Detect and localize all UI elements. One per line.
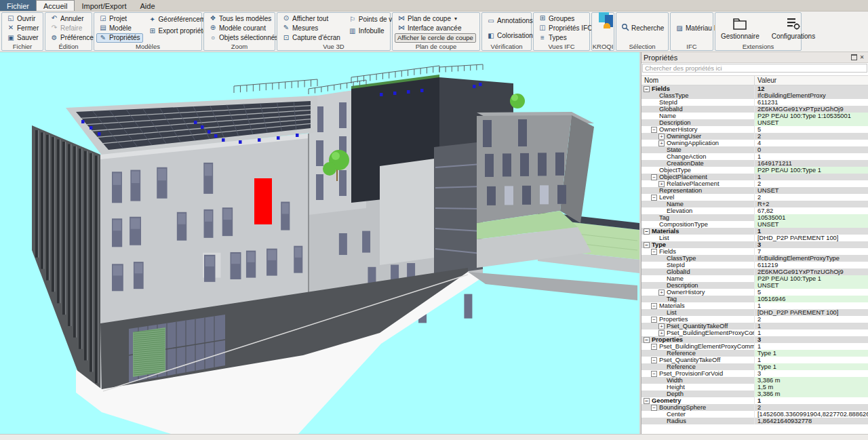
right-building[interactable] [477,112,594,268]
property-row-height[interactable]: Height1,5 m [642,384,868,391]
collapse-icon[interactable]: − [651,249,657,255]
property-row-level[interactable]: −Level2 [642,194,868,201]
property-row-boundingsphere[interactable]: −BoundingSphere2 [642,404,868,411]
property-row-reference[interactable]: ReferenceType 1 [642,363,868,370]
expand-icon[interactable]: + [658,323,665,329]
property-row-radius[interactable]: Radius1,86421640932778 [642,418,868,424]
property-row-state[interactable]: State0 [642,146,868,153]
expand-icon[interactable]: + [658,140,665,146]
property-row-globalid[interactable]: GlobalId2E6KMGGe91YxPTpzUGhOj9 [642,106,868,113]
ribbon-item-mod-le[interactable]: ▤Modèle [96,23,143,33]
collapse-icon[interactable]: − [651,344,657,350]
tab-fichier[interactable]: Fichier [0,0,36,11]
collapse-icon[interactable]: − [651,303,657,309]
column-header-name[interactable]: Nom [642,76,755,85]
property-row-pset-provisionforvoid[interactable]: −Pset_ProvisionForVoid3 [642,370,868,377]
ribbon-item-fermer[interactable]: ✕Fermer [4,23,41,33]
float-icon[interactable] [850,54,858,61]
ribbon-item-types[interactable]: ≡Types [536,33,595,43]
collapse-icon[interactable]: − [651,357,657,363]
ribbon-item-gestionnaire[interactable]: Gestionnaire [717,14,763,42]
collapse-icon[interactable]: − [651,371,657,377]
property-row-fields[interactable]: −Fields7 [642,248,868,255]
close-icon[interactable]: ✕ [858,54,866,61]
expand-icon[interactable]: + [658,330,665,336]
property-row-objecttype[interactable]: ObjectTypeP2P PEAU 100:Type 1 [642,167,868,174]
property-row-pset-buildingelementproxycommon[interactable]: −Pset_BuildingElementProxyCommon1 [642,343,868,350]
selected-element-highlight[interactable] [254,178,272,224]
property-row-elevation[interactable]: Elevation67,82 [642,207,868,214]
property-row-name[interactable]: NameP2P PEAU 100:Type 1:10535001 [642,113,868,119]
ribbon-item-colorisation[interactable]: ◧Colorisation [484,30,536,41]
property-row-owninguser[interactable]: +OwningUser2 [642,133,868,140]
property-row-depth[interactable]: Depth3,386 m [642,391,868,397]
collapse-icon[interactable]: − [644,337,650,343]
ribbon-item-propri-t-s[interactable]: ✎Propriétés [96,33,143,43]
column-header-value[interactable]: Valeur [755,76,868,85]
property-row-classtype[interactable]: ClassTypeIfcBuildingElementProxy [642,92,868,99]
property-row-stepid[interactable]: StepId611219 [642,262,868,268]
property-row-compositiontype[interactable]: CompositionTypeUNSET [642,221,868,228]
property-row-name[interactable]: NameP2P PEAU 100:Type 1 [642,275,868,282]
property-row-type[interactable]: −Type3 [642,241,868,248]
ribbon-item-projet[interactable]: ◲Projet [96,14,143,23]
ribbon-item-objets-s-lectionn-s[interactable]: ○Objets sélectionnés [206,33,281,43]
property-row-description[interactable]: DescriptionUNSET [642,119,868,126]
ribbon-item-sauver[interactable]: ▣Sauver [4,33,41,43]
property-row-owningapplication[interactable]: +OwningApplication4 [642,140,868,146]
property-row-ownerhistory[interactable]: +OwnerHistory5 [642,289,868,296]
ribbon-item-ouvrir[interactable]: ◱Ouvrir [4,14,41,23]
property-row-representation[interactable]: RepresentationUNSET [642,187,868,194]
property-row-center[interactable]: Center[1452608.3360991904,8227702.888626… [642,411,868,418]
ribbon-item-annotations[interactable]: ▭Annotations [484,15,536,26]
ribbon-item-capture-d-cran[interactable]: ⊡Capture d'écran [279,33,343,43]
collapse-icon[interactable]: − [644,86,650,92]
property-row-list[interactable]: List[DHD_P2P PAREMENT 100] [642,235,868,241]
tab-accueil[interactable]: Accueil [36,0,75,11]
property-row-pset-buildingelementproxycommon[interactable]: +Pset_BuildingElementProxyCommon1 [642,329,868,336]
property-row-description[interactable]: DescriptionUNSET [642,282,868,289]
ribbon-item-pr-f-rences[interactable]: ⚙Préférences [47,33,100,43]
ribbon-item-interface-avanc-e[interactable]: ⋈Interface avancée [395,23,476,33]
property-row-width[interactable]: Width3,386 m [642,377,868,384]
collapse-icon[interactable]: − [644,228,650,235]
property-row-relativeplacement[interactable]: +RelativePlacement2 [642,180,868,187]
property-row-creationdate[interactable]: CreationDate1649171211 [642,160,868,167]
collapse-icon[interactable]: − [651,317,657,323]
property-row-fields[interactable]: −Fields12 [642,85,868,92]
viewport-3d[interactable] [0,52,639,434]
property-row-properties[interactable]: −Properties2 [642,316,868,323]
property-row-tag[interactable]: Tag10535001 [642,214,868,221]
property-row-name[interactable]: NameR+2 [642,201,868,207]
collapse-icon[interactable]: − [651,195,657,201]
properties-search-input[interactable] [642,64,867,73]
collapse-icon[interactable]: − [644,242,650,248]
property-row-objectplacement[interactable]: −ObjectPlacement1 [642,174,868,180]
property-row-materials[interactable]: −Materials1 [642,302,868,309]
ribbon-item-afficher-tout[interactable]: ⊙Afficher tout [279,14,343,23]
tab-aide[interactable]: Aide [134,0,162,11]
ribbon-item-refaire[interactable]: ↷Refaire [47,23,100,33]
property-row-reference[interactable]: ReferenceType 1 [642,350,868,357]
property-row-geometry[interactable]: −Geometry1 [642,397,868,404]
property-row-changeaction[interactable]: ChangeAction1 [642,153,868,160]
property-row-stepid[interactable]: StepId611231 [642,99,868,106]
property-row-pset-quantitytakeoff[interactable]: +Pset_QuantityTakeOff1 [642,323,868,329]
property-row-classtype[interactable]: ClassTypeIfcBuildingElementProxyType [642,255,868,262]
property-row-list[interactable]: List[DHD_P2P PAREMENT 100] [642,309,868,316]
collapse-icon[interactable]: − [651,174,657,180]
ribbon-item-afficher-le-cercle-de-coupe[interactable]: Afficher le cercle de coupe [395,33,476,43]
ribbon-item-annuler[interactable]: ↶Annuler [47,14,100,23]
property-row-materials[interactable]: −Materials1 [642,228,868,235]
property-row-tag[interactable]: Tag10516946 [642,296,868,302]
ribbon-item-plan-de-coupe[interactable]: ⋈Plan de coupe▾ [395,14,476,23]
ribbon-item-mod-le-courant[interactable]: ⊕Modèle courant [206,23,281,33]
property-row-ownerhistory[interactable]: −OwnerHistory5 [642,126,868,133]
collapse-icon[interactable]: − [651,405,657,411]
collapse-icon[interactable]: − [651,127,657,133]
property-row-properties[interactable]: −Properties3 [642,336,868,343]
tab-import-export[interactable]: Import/Export [75,0,133,11]
property-row-pset-quantitytakeoff[interactable]: −Pset_QuantityTakeOff1 [642,357,868,363]
building-model-scene[interactable] [0,52,639,434]
ribbon-item-recherche[interactable]: Recherche [618,22,667,34]
